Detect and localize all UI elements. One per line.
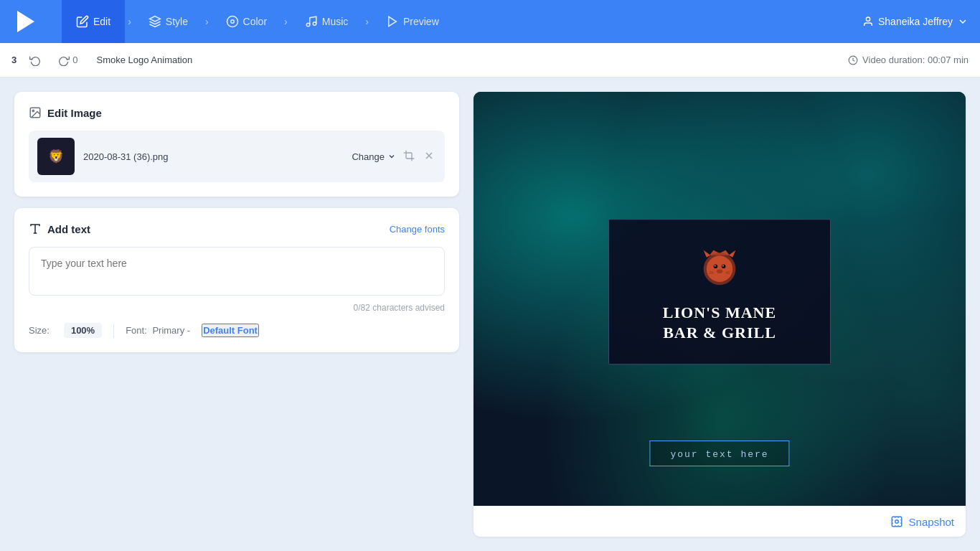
text-input[interactable] bbox=[29, 247, 445, 296]
font-label: Font: Primary - bbox=[126, 325, 190, 336]
text-overlay: your text here bbox=[670, 449, 768, 460]
add-text-card: Add text Change fonts 0/82 characters ad… bbox=[14, 208, 459, 352]
palette-icon bbox=[226, 15, 239, 28]
divider bbox=[113, 324, 114, 338]
music-icon bbox=[305, 15, 318, 28]
svg-marker-28 bbox=[704, 250, 711, 257]
chevron-3: › bbox=[284, 16, 288, 27]
close-icon bbox=[423, 150, 435, 161]
remove-image-button[interactable] bbox=[422, 149, 436, 165]
project-name: Smoke Logo Animation bbox=[96, 55, 192, 65]
char-count: 0/82 characters advised bbox=[29, 303, 445, 313]
thumbnail-preview: 🦁 bbox=[42, 142, 70, 171]
image-actions: Change bbox=[352, 149, 436, 165]
preview-canvas: LION'S MANE BAR & GRILL your text here bbox=[473, 92, 966, 506]
nav-step-music[interactable]: Music bbox=[291, 0, 363, 43]
nav-style-label: Style bbox=[166, 16, 188, 27]
font-name-button[interactable]: Default Font bbox=[202, 324, 259, 337]
user-icon bbox=[862, 16, 874, 27]
size-label: Size: bbox=[29, 325, 50, 336]
undo-count: 3 bbox=[11, 55, 17, 65]
nav-step-edit[interactable]: Edit bbox=[62, 0, 125, 43]
svg-point-23 bbox=[717, 269, 722, 273]
text-options: Size: 100% Font: Primary - Default Font bbox=[29, 323, 445, 338]
chevron-2: › bbox=[205, 16, 209, 27]
image-filename: 2020-08-31 (36).png bbox=[83, 151, 343, 162]
logo-line1: LION'S MANE bbox=[623, 303, 816, 324]
snapshot-button[interactable]: Snapshot bbox=[890, 515, 954, 528]
user-menu[interactable]: Shaneika Jeffrey bbox=[862, 16, 969, 27]
svg-point-4 bbox=[306, 23, 310, 27]
image-icon bbox=[29, 106, 42, 119]
svg-marker-1 bbox=[149, 17, 160, 22]
add-text-title-group: Add text bbox=[29, 222, 90, 235]
svg-point-5 bbox=[313, 22, 316, 26]
add-text-header: Add text Change fonts bbox=[29, 222, 445, 235]
snapshot-label: Snapshot bbox=[909, 516, 954, 528]
svg-point-7 bbox=[866, 17, 870, 21]
change-label: Change bbox=[352, 151, 385, 162]
chevron-down-icon bbox=[957, 16, 969, 27]
app-logo[interactable] bbox=[11, 8, 39, 35]
redo-icon bbox=[58, 55, 70, 66]
svg-point-20 bbox=[707, 255, 732, 281]
logo-icon bbox=[623, 241, 816, 294]
nav-step-style[interactable]: Style bbox=[134, 0, 202, 43]
change-fonts-button[interactable]: Change fonts bbox=[390, 224, 445, 235]
chevron-4: › bbox=[365, 16, 369, 27]
svg-point-2 bbox=[227, 17, 237, 27]
image-row: 🦁 2020-08-31 (36).png Change bbox=[29, 131, 445, 182]
nav-edit-label: Edit bbox=[93, 16, 110, 27]
image-thumbnail: 🦁 bbox=[37, 138, 75, 175]
svg-point-30 bbox=[715, 265, 716, 266]
svg-point-33 bbox=[895, 520, 898, 524]
undo-button[interactable] bbox=[25, 52, 45, 69]
play-icon bbox=[386, 15, 399, 28]
text-overlay-box: your text here bbox=[649, 441, 789, 466]
top-nav: Edit › Style › Color › bbox=[0, 0, 980, 43]
edit-image-card: Edit Image 🦁 2020-08-31 (36).png Change bbox=[14, 92, 459, 197]
crop-icon bbox=[403, 150, 415, 161]
preview-footer: Snapshot bbox=[473, 506, 966, 537]
user-name: Shaneika Jeffrey bbox=[878, 16, 953, 27]
svg-marker-0 bbox=[17, 11, 34, 32]
edit-image-header: Edit Image bbox=[29, 106, 445, 119]
svg-point-31 bbox=[722, 265, 724, 266]
svg-point-10 bbox=[32, 110, 34, 111]
change-image-button[interactable]: Change bbox=[352, 151, 396, 162]
add-text-title: Add text bbox=[47, 223, 90, 235]
edit-image-title: Edit Image bbox=[47, 107, 102, 119]
crop-button[interactable] bbox=[402, 149, 416, 165]
size-value: 100% bbox=[64, 323, 102, 338]
svg-point-3 bbox=[230, 20, 234, 24]
nav-music-label: Music bbox=[322, 16, 349, 27]
change-fonts-label: Change fonts bbox=[390, 224, 445, 235]
right-panel: LION'S MANE BAR & GRILL your text here S… bbox=[473, 92, 966, 537]
layers-icon bbox=[149, 15, 161, 28]
logo-line2: BAR & GRILL bbox=[623, 323, 816, 344]
nav-steps: Edit › Style › Color › bbox=[62, 0, 862, 43]
redo-button[interactable]: 0 bbox=[54, 52, 82, 69]
nav-preview-label: Preview bbox=[403, 16, 439, 27]
chevron-1: › bbox=[128, 16, 131, 27]
text-icon bbox=[29, 222, 42, 235]
svg-marker-6 bbox=[389, 17, 397, 27]
undo-icon bbox=[29, 55, 41, 66]
clock-icon bbox=[848, 55, 858, 65]
chevron-down-icon bbox=[387, 152, 396, 161]
svg-text:🦁: 🦁 bbox=[48, 149, 65, 164]
duration-label: Video duration: 00:07 min bbox=[862, 55, 969, 65]
nav-color-label: Color bbox=[243, 16, 267, 27]
redo-count: 0 bbox=[72, 55, 77, 65]
lion-svg bbox=[694, 241, 745, 291]
svg-rect-32 bbox=[892, 517, 902, 527]
nav-step-color[interactable]: Color bbox=[212, 0, 281, 43]
svg-marker-29 bbox=[729, 250, 736, 257]
nav-step-preview[interactable]: Preview bbox=[372, 0, 453, 43]
main-content: Edit Image 🦁 2020-08-31 (36).png Change bbox=[0, 77, 980, 551]
snapshot-icon bbox=[890, 515, 903, 528]
pencil-icon bbox=[76, 15, 89, 28]
logo-box: LION'S MANE BAR & GRILL bbox=[608, 219, 831, 364]
toolbar: 3 0 Smoke Logo Animation Video duration:… bbox=[0, 43, 980, 77]
left-panel: Edit Image 🦁 2020-08-31 (36).png Change bbox=[14, 92, 459, 537]
